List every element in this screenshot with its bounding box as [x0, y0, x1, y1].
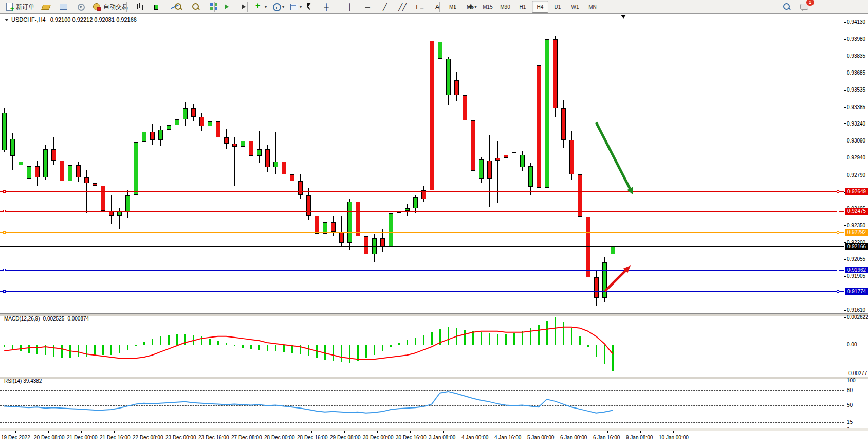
- macd-histogram-bar: [415, 338, 416, 345]
- bar-chart-button[interactable]: [132, 1, 148, 13]
- timeframe-button-w1[interactable]: W1: [567, 1, 583, 13]
- price-tick-label: 0.93835: [847, 53, 865, 59]
- macd-histogram-bar: [481, 332, 482, 345]
- line-handle[interactable]: [837, 231, 839, 234]
- horizontal-line-tool-button[interactable]: ─: [359, 1, 376, 13]
- rsi-label: RSI(14) 39.4382: [4, 378, 42, 384]
- timeframe-button-m15[interactable]: M15: [479, 1, 496, 13]
- support-line[interactable]: [0, 270, 844, 271]
- macd-histogram-bar: [283, 345, 285, 352]
- toolbar-separator: [214, 2, 217, 12]
- resistance-line[interactable]: [0, 191, 844, 192]
- price-tick-label: 0.92940: [847, 155, 865, 161]
- line-handle[interactable]: [3, 210, 6, 212]
- radio-icon: [76, 2, 85, 11]
- candle: [224, 137, 229, 143]
- line-handle[interactable]: [837, 290, 839, 293]
- new-order-button[interactable]: 新订单: [3, 1, 36, 13]
- line-handle[interactable]: [3, 190, 6, 193]
- macd-histogram-bar: [423, 335, 424, 345]
- time-tick-mark: [607, 431, 608, 433]
- timeframe-button-h1[interactable]: H1: [514, 1, 531, 13]
- line-handle[interactable]: [3, 290, 6, 293]
- trendline-tool-button[interactable]: ╱: [377, 1, 393, 13]
- macd-histogram-bar: [505, 334, 507, 345]
- line-handle[interactable]: [837, 190, 839, 193]
- chart-shift-marker[interactable]: [621, 15, 626, 19]
- candle-wick: [259, 131, 260, 163]
- resistance-line[interactable]: [0, 211, 844, 212]
- terminal-button[interactable]: [55, 1, 71, 13]
- chat-button[interactable]: 1: [796, 1, 812, 13]
- price-tick-mark: [844, 107, 846, 108]
- news-button[interactable]: [72, 1, 89, 13]
- candle: [528, 166, 533, 187]
- candle-wick: [275, 132, 276, 174]
- toolbar-separator: [247, 2, 250, 12]
- candle: [561, 108, 566, 140]
- timeframe-button-mn[interactable]: MN: [584, 1, 601, 13]
- price-tick-label: 0.93240: [847, 121, 865, 127]
- price-tick-label: 0.92790: [847, 172, 865, 178]
- terminal-icon: [59, 2, 68, 11]
- macd-tick-mark: [844, 345, 846, 345]
- zoom-out-button[interactable]: [188, 1, 204, 13]
- candle: [389, 213, 393, 247]
- candle: [430, 41, 434, 190]
- fibonacci-tool-button[interactable]: F≡: [412, 1, 428, 13]
- macd-histogram-bar: [201, 336, 202, 345]
- candle: [298, 181, 303, 195]
- candlestick-icon: [153, 2, 162, 11]
- time-tick-mark: [640, 431, 641, 433]
- time-tick-mark: [344, 431, 345, 433]
- auto-trading-button[interactable]: 自动交易: [90, 1, 130, 13]
- periods-dropdown[interactable]: ▾: [270, 1, 286, 13]
- time-axis-label: 10 Jan 00:00: [659, 435, 689, 440]
- timeframe-button-m1[interactable]: M1: [445, 1, 461, 13]
- pivot-line[interactable]: [0, 232, 844, 233]
- timeframe-button-m5[interactable]: M5: [462, 1, 478, 13]
- time-axis-label: 30 Dec 00:00: [363, 435, 394, 440]
- market-depth-button[interactable]: [38, 1, 54, 13]
- time-axis-label: 20 Dec 08:00: [34, 435, 65, 440]
- candle: [545, 39, 549, 188]
- vertical-line-tool-button[interactable]: │: [342, 1, 358, 13]
- line-handle[interactable]: [3, 269, 6, 271]
- search-icon: [782, 2, 791, 11]
- cursor-tool-button[interactable]: [301, 1, 317, 13]
- search-button[interactable]: [779, 1, 795, 13]
- auto-scroll-button[interactable]: [219, 1, 236, 13]
- candle: [569, 140, 574, 174]
- price-tick-label: 0.93090: [847, 138, 865, 144]
- zoom-in-button[interactable]: [170, 1, 187, 13]
- time-axis-line: [0, 433, 844, 433]
- support-line[interactable]: [0, 291, 844, 292]
- macd-histogram-bar: [119, 345, 120, 353]
- indicators-dropdown[interactable]: ▾: [252, 1, 269, 13]
- line-handle[interactable]: [837, 269, 839, 271]
- line-handle[interactable]: [3, 231, 6, 234]
- symbol-dropdown-icon[interactable]: [5, 19, 9, 21]
- channel-tool-button[interactable]: ╱╱: [394, 1, 411, 13]
- price-tick-label: 0.91610: [847, 307, 865, 313]
- line-handle[interactable]: [837, 210, 839, 212]
- candlestick-chart-button[interactable]: [149, 1, 165, 13]
- macd-histogram-bar: [275, 345, 276, 351]
- timeframe-button-h4[interactable]: H4: [532, 1, 548, 13]
- macd-tick-mark: [844, 374, 846, 374]
- candle: [199, 117, 204, 126]
- candle: [602, 262, 607, 298]
- timeframe-button-m30[interactable]: M30: [497, 1, 513, 13]
- price-axis-line: [844, 14, 844, 434]
- rsi-level-line: [0, 390, 844, 391]
- toolbar-separator: [337, 2, 340, 12]
- macd-histogram-bar: [193, 335, 194, 345]
- chart-area[interactable]: USDCHF-,H4 0.92100 0.92212 0.92081 0.921…: [0, 14, 868, 444]
- crosshair-tool-button[interactable]: ┼: [318, 1, 335, 13]
- timeframe-button-d1[interactable]: D1: [549, 1, 566, 13]
- macd-histogram-bar: [555, 317, 556, 345]
- candle: [2, 113, 7, 150]
- price-tick-label: 0.93685: [847, 70, 865, 76]
- candle: [495, 158, 500, 160]
- chevron-down-icon: ▾: [282, 5, 284, 9]
